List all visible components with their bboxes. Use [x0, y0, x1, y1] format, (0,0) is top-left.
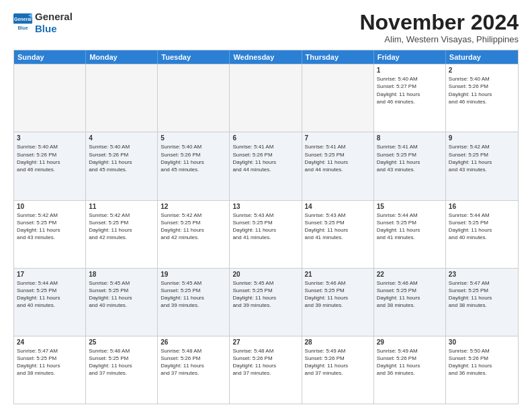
day-info: Sunrise: 5:44 AM Sunset: 5:25 PM Dayligh…	[449, 212, 515, 242]
day-number: 29	[377, 338, 443, 346]
day-info: Sunrise: 5:50 AM Sunset: 5:26 PM Dayligh…	[449, 347, 515, 377]
page: General Blue General Blue November 2024 …	[0, 0, 532, 411]
day-info: Sunrise: 5:44 AM Sunset: 5:25 PM Dayligh…	[17, 279, 83, 310]
day-info: Sunrise: 5:42 AM Sunset: 5:25 PM Dayligh…	[449, 143, 515, 173]
calendar-header: SundayMondayTuesdayWednesdayThursdayFrid…	[14, 50, 518, 64]
empty-cell	[86, 64, 158, 132]
day-info: Sunrise: 5:47 AM Sunset: 5:25 PM Dayligh…	[17, 347, 83, 377]
day-cell-23: 23Sunrise: 5:47 AM Sunset: 5:25 PM Dayli…	[446, 269, 518, 336]
logo: General Blue General Blue	[13, 11, 73, 35]
day-info: Sunrise: 5:47 AM Sunset: 5:25 PM Dayligh…	[449, 279, 515, 310]
day-number: 10	[17, 203, 83, 210]
day-info: Sunrise: 5:48 AM Sunset: 5:26 PM Dayligh…	[232, 347, 298, 377]
day-cell-11: 11Sunrise: 5:42 AM Sunset: 5:25 PM Dayli…	[86, 201, 158, 268]
day-info: Sunrise: 5:44 AM Sunset: 5:25 PM Dayligh…	[377, 212, 443, 242]
calendar-row-1: 1Sunrise: 5:40 AM Sunset: 5:27 PM Daylig…	[14, 64, 518, 132]
header-day-monday: Monday	[86, 50, 158, 64]
day-cell-5: 5Sunrise: 5:40 AM Sunset: 5:26 PM Daylig…	[158, 132, 230, 199]
logo-blue: Blue	[35, 23, 73, 35]
header-day-thursday: Thursday	[302, 50, 374, 64]
day-number: 28	[305, 338, 371, 346]
header-day-friday: Friday	[374, 50, 446, 64]
day-number: 2	[449, 66, 515, 74]
svg-text:Blue: Blue	[17, 26, 28, 30]
day-cell-20: 20Sunrise: 5:45 AM Sunset: 5:25 PM Dayli…	[230, 269, 302, 336]
svg-text:General: General	[14, 17, 32, 21]
day-cell-14: 14Sunrise: 5:43 AM Sunset: 5:25 PM Dayli…	[302, 201, 374, 268]
day-info: Sunrise: 5:45 AM Sunset: 5:25 PM Dayligh…	[232, 279, 298, 310]
day-info: Sunrise: 5:45 AM Sunset: 5:25 PM Dayligh…	[161, 279, 226, 310]
day-cell-2: 2Sunrise: 5:40 AM Sunset: 5:26 PM Daylig…	[446, 64, 518, 132]
day-info: Sunrise: 5:40 AM Sunset: 5:26 PM Dayligh…	[17, 143, 83, 173]
logo-text: General Blue	[35, 11, 73, 35]
day-cell-9: 9Sunrise: 5:42 AM Sunset: 5:25 PM Daylig…	[446, 132, 518, 199]
day-cell-28: 28Sunrise: 5:49 AM Sunset: 5:26 PM Dayli…	[302, 336, 374, 404]
day-info: Sunrise: 5:41 AM Sunset: 5:26 PM Dayligh…	[232, 143, 298, 173]
calendar-row-4: 17Sunrise: 5:44 AM Sunset: 5:25 PM Dayli…	[14, 268, 518, 336]
day-info: Sunrise: 5:42 AM Sunset: 5:25 PM Dayligh…	[89, 212, 154, 242]
day-cell-15: 15Sunrise: 5:44 AM Sunset: 5:25 PM Dayli…	[374, 201, 446, 268]
day-number: 6	[232, 134, 298, 142]
calendar: SundayMondayTuesdayWednesdayThursdayFrid…	[13, 50, 519, 404]
day-info: Sunrise: 5:43 AM Sunset: 5:25 PM Dayligh…	[305, 212, 371, 242]
day-cell-19: 19Sunrise: 5:45 AM Sunset: 5:25 PM Dayli…	[158, 269, 230, 336]
day-number: 9	[449, 134, 515, 142]
month-title: November 2024	[359, 11, 519, 34]
day-info: Sunrise: 5:48 AM Sunset: 5:26 PM Dayligh…	[161, 347, 226, 377]
day-number: 20	[232, 271, 298, 278]
day-number: 15	[377, 203, 443, 210]
calendar-body: 1Sunrise: 5:40 AM Sunset: 5:27 PM Daylig…	[14, 64, 518, 404]
day-info: Sunrise: 5:40 AM Sunset: 5:26 PM Dayligh…	[89, 143, 154, 173]
logo-general: General	[35, 11, 73, 23]
day-info: Sunrise: 5:42 AM Sunset: 5:25 PM Dayligh…	[17, 212, 83, 242]
calendar-row-3: 10Sunrise: 5:42 AM Sunset: 5:25 PM Dayli…	[14, 200, 518, 268]
day-cell-25: 25Sunrise: 5:48 AM Sunset: 5:25 PM Dayli…	[86, 336, 158, 404]
day-cell-8: 8Sunrise: 5:41 AM Sunset: 5:25 PM Daylig…	[374, 132, 446, 199]
day-number: 1	[377, 66, 443, 74]
day-number: 11	[89, 203, 154, 210]
day-info: Sunrise: 5:41 AM Sunset: 5:25 PM Dayligh…	[305, 143, 371, 173]
day-number: 8	[377, 134, 443, 142]
day-info: Sunrise: 5:48 AM Sunset: 5:25 PM Dayligh…	[89, 347, 154, 377]
day-number: 24	[17, 338, 83, 346]
day-cell-29: 29Sunrise: 5:49 AM Sunset: 5:26 PM Dayli…	[374, 336, 446, 404]
empty-cell	[158, 64, 230, 132]
header: General Blue General Blue November 2024 …	[13, 11, 519, 44]
day-info: Sunrise: 5:43 AM Sunset: 5:25 PM Dayligh…	[232, 212, 298, 242]
day-number: 14	[305, 203, 371, 210]
day-info: Sunrise: 5:46 AM Sunset: 5:25 PM Dayligh…	[305, 279, 371, 310]
day-info: Sunrise: 5:41 AM Sunset: 5:25 PM Dayligh…	[377, 143, 443, 173]
day-number: 23	[449, 271, 515, 278]
calendar-row-5: 24Sunrise: 5:47 AM Sunset: 5:25 PM Dayli…	[14, 336, 518, 404]
day-cell-13: 13Sunrise: 5:43 AM Sunset: 5:25 PM Dayli…	[230, 201, 302, 268]
day-number: 17	[17, 271, 83, 278]
day-number: 7	[305, 134, 371, 142]
day-cell-22: 22Sunrise: 5:46 AM Sunset: 5:25 PM Dayli…	[374, 269, 446, 336]
day-number: 3	[17, 134, 83, 142]
day-number: 27	[232, 338, 298, 346]
day-info: Sunrise: 5:49 AM Sunset: 5:26 PM Dayligh…	[377, 347, 443, 377]
day-number: 30	[449, 338, 515, 346]
day-number: 13	[232, 203, 298, 210]
day-info: Sunrise: 5:45 AM Sunset: 5:25 PM Dayligh…	[89, 279, 154, 310]
day-number: 26	[161, 338, 226, 346]
day-number: 19	[161, 271, 226, 278]
day-number: 16	[449, 203, 515, 210]
day-cell-6: 6Sunrise: 5:41 AM Sunset: 5:26 PM Daylig…	[230, 132, 302, 199]
empty-cell	[230, 64, 302, 132]
day-cell-30: 30Sunrise: 5:50 AM Sunset: 5:26 PM Dayli…	[446, 336, 518, 404]
location: Alim, Western Visayas, Philippines	[359, 34, 519, 44]
header-day-saturday: Saturday	[446, 50, 518, 64]
day-number: 12	[161, 203, 226, 210]
day-cell-10: 10Sunrise: 5:42 AM Sunset: 5:25 PM Dayli…	[14, 201, 86, 268]
header-day-wednesday: Wednesday	[230, 50, 302, 64]
day-cell-1: 1Sunrise: 5:40 AM Sunset: 5:27 PM Daylig…	[374, 64, 446, 132]
empty-cell	[14, 64, 86, 132]
day-cell-3: 3Sunrise: 5:40 AM Sunset: 5:26 PM Daylig…	[14, 132, 86, 199]
day-number: 22	[377, 271, 443, 278]
day-cell-7: 7Sunrise: 5:41 AM Sunset: 5:25 PM Daylig…	[302, 132, 374, 199]
day-info: Sunrise: 5:49 AM Sunset: 5:26 PM Dayligh…	[305, 347, 371, 377]
day-info: Sunrise: 5:40 AM Sunset: 5:26 PM Dayligh…	[449, 75, 515, 105]
day-info: Sunrise: 5:46 AM Sunset: 5:25 PM Dayligh…	[377, 279, 443, 310]
title-section: November 2024 Alim, Western Visayas, Phi…	[359, 11, 519, 44]
